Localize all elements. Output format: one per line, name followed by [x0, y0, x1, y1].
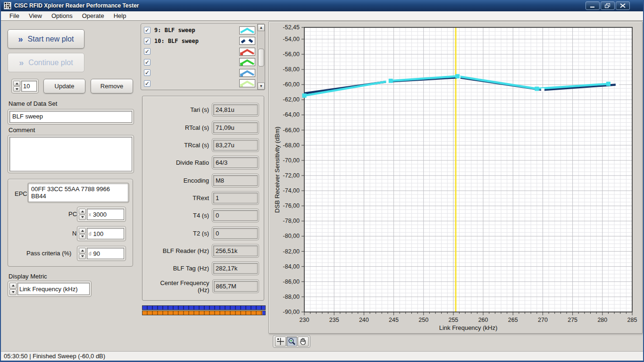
dataset-name-label: Name of Data Set [8, 100, 57, 107]
param-value: 83,27u [213, 140, 258, 151]
plot-visibility-checkbox[interactable]: ✓ [144, 48, 151, 55]
plot-visibility-checkbox[interactable]: ✓ [144, 59, 151, 66]
x-tick-label: 280 [597, 317, 607, 323]
double-chevron-right-icon: » [18, 35, 23, 43]
param-row: TRext1 [147, 191, 259, 205]
cursor-tool-icon [276, 337, 284, 345]
sensitivity-graph[interactable]: 230235240245250255260265270275280285-52,… [269, 22, 642, 333]
zoom-tool-button[interactable] [286, 337, 297, 346]
menu-item-help[interactable]: Help [109, 12, 131, 20]
link-parameters-panel: Tari (s)24,81uRTcal (s)71,09uTRcal (s)83… [142, 96, 264, 301]
plot-visibility-checkbox[interactable]: ✓ [144, 69, 151, 76]
x-tick-label: 255 [448, 317, 458, 323]
pass-criteria-radix: d [89, 251, 92, 256]
spin-up-button[interactable] [9, 283, 17, 289]
n-value: 100 [92, 230, 104, 237]
legend-scrollbar[interactable]: ▲ ▼ [257, 24, 265, 90]
param-value-box: 256,51k [212, 244, 259, 258]
param-value: 0 [213, 228, 258, 239]
param-value: 256,51k [213, 245, 258, 256]
plot-style-swatch[interactable] [239, 58, 255, 66]
pc-input[interactable]: x 3000 [87, 209, 124, 220]
x-tick-label: 245 [389, 317, 399, 323]
y-tick-label: -74,00 [283, 187, 300, 194]
comment-input[interactable] [9, 137, 132, 171]
n-input[interactable]: d 100 [87, 228, 124, 239]
y-tick-label: -90,00 [283, 309, 300, 315]
display-metric-control: Link Frequency (kHz) [8, 281, 92, 297]
plot-number-input[interactable]: 10 [21, 81, 37, 92]
plot-visibility-checkbox[interactable]: ✓ [144, 27, 151, 34]
spin-down-button[interactable] [79, 254, 86, 260]
restore-icon [605, 3, 611, 8]
spin-up-button[interactable] [79, 228, 86, 234]
status-bar: 05:30:50 | Finished Sweep (-60,0 dB) [1, 351, 643, 361]
n-label: N [72, 230, 76, 237]
x-tick-label: 260 [478, 317, 488, 323]
plot-style-swatch[interactable] [239, 69, 255, 77]
plot-style-swatch[interactable] [239, 48, 255, 56]
epc-input[interactable]: 00FF 33CC 55AA 7788 9966 BB44 [28, 184, 128, 202]
scroll-down-button[interactable]: ▼ [258, 83, 265, 90]
display-metric-input[interactable]: Link Frequency (kHz) [17, 283, 90, 295]
remove-button[interactable]: Remove [91, 79, 133, 93]
spin-up-button[interactable] [79, 209, 86, 214]
legend-row: ✓ [144, 47, 256, 56]
spin-up-icon [81, 250, 84, 252]
plot-visibility-checkbox[interactable]: ✓ [144, 38, 151, 44]
remove-label: Remove [100, 83, 123, 90]
pc-label: PC [68, 210, 77, 218]
legend-row: ✓ [144, 58, 256, 67]
restore-button[interactable] [601, 1, 615, 10]
spin-down-button[interactable] [79, 215, 86, 220]
spin-down-button[interactable] [79, 234, 86, 240]
app-window: CISC RFID Xplorer Reader Performance Tes… [0, 0, 644, 362]
display-metric-value: Link Frequency (kHz) [18, 286, 78, 293]
plot-style-swatch[interactable] [239, 26, 255, 34]
spin-down-button[interactable] [9, 289, 17, 295]
menu-item-file[interactable]: File [5, 12, 24, 20]
spin-down-icon [81, 236, 84, 237]
legend-row: ✓ [144, 68, 256, 77]
scroll-up-button[interactable]: ▲ [258, 24, 265, 31]
pan-tool-button[interactable] [298, 337, 309, 346]
pc-radix: x [89, 212, 91, 217]
progress-bar-current [142, 311, 266, 315]
spin-up-button[interactable] [13, 81, 20, 86]
param-label: TRcal (s) [184, 142, 209, 149]
y-tick-label: -72,00 [283, 172, 300, 179]
menu-item-operate[interactable]: Operate [77, 12, 109, 20]
data-point-marker [455, 74, 460, 78]
n-spinner [79, 228, 86, 239]
display-metric-spinner [9, 283, 17, 295]
status-text: 05:30:50 | Finished Sweep (-60,0 dB) [4, 353, 105, 360]
plot-style-swatch[interactable] [239, 79, 255, 87]
param-row: EncodingM8 [147, 174, 259, 187]
y-tick-label: -60,00 [283, 81, 300, 88]
dataset-name-input[interactable]: BLF sweep [9, 111, 132, 123]
data-point-marker [302, 93, 307, 98]
spin-down-icon [16, 88, 18, 90]
param-label: BLF Tag (Hz) [173, 265, 209, 272]
menu-bar: FileViewOptionsOperateHelp [1, 11, 643, 21]
spin-up-button[interactable] [79, 248, 86, 253]
plot-visibility-checkbox[interactable]: ✓ [144, 80, 151, 87]
close-button[interactable] [616, 1, 630, 10]
scroll-thumb[interactable] [258, 49, 264, 67]
menu-item-view[interactable]: View [24, 12, 47, 20]
x-tick-label: 230 [300, 317, 309, 323]
title-bar[interactable]: CISC RFID Xplorer Reader Performance Tes… [1, 0, 643, 11]
param-value: 282,17k [213, 263, 258, 274]
spin-up-icon [81, 230, 84, 232]
update-button[interactable]: Update [43, 79, 85, 93]
plot-style-swatch[interactable] [239, 37, 255, 45]
scroll-track[interactable] [258, 31, 265, 83]
param-label: Encoding [184, 177, 209, 184]
pass-criteria-input[interactable]: d 90 [87, 248, 124, 259]
menu-item-options[interactable]: Options [47, 12, 77, 20]
continue-plot-button[interactable]: » Continue plot [8, 53, 84, 72]
cursor-tool-button[interactable] [275, 337, 286, 346]
start-new-plot-button[interactable]: » Start new plot [8, 29, 84, 49]
minimize-button[interactable] [585, 1, 600, 10]
spin-down-button[interactable] [13, 86, 20, 92]
